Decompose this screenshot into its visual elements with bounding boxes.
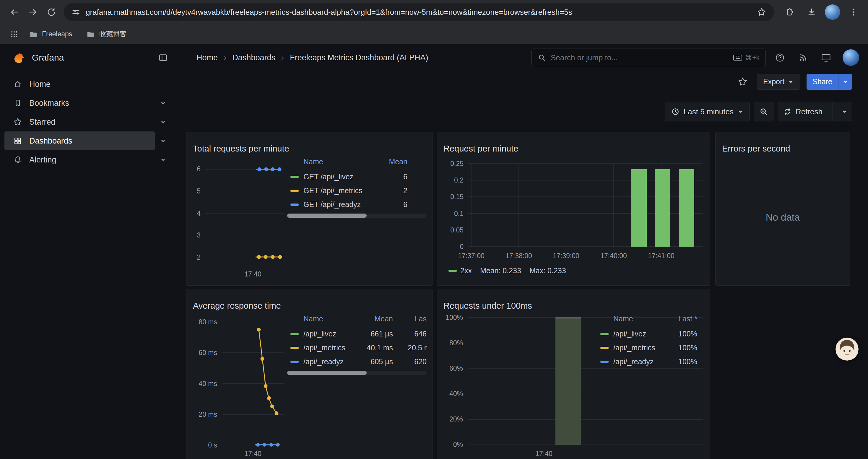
sidebar-item-bookmarks: Bookmarks (4, 94, 172, 112)
floating-assistant-avatar[interactable] (836, 338, 859, 361)
y-tick-label: 0 (460, 243, 464, 250)
zoom-out-button[interactable] (754, 102, 773, 121)
breadcrumb-home[interactable]: Home (196, 53, 218, 62)
series-swatch (290, 190, 299, 192)
chevron-down-icon (842, 79, 848, 85)
legend-series-name[interactable]: /api/_readyz (303, 357, 358, 366)
legend-mean-value: 40.1 ms (358, 343, 393, 352)
chevron-down-icon (159, 156, 167, 163)
legend-series-name[interactable]: 2xx (460, 266, 472, 275)
search-input[interactable] (550, 53, 733, 63)
browser-forward-button[interactable] (24, 3, 42, 21)
news-button[interactable] (795, 50, 811, 65)
h-scrollbar[interactable] (287, 371, 427, 375)
expand-dashboards-button[interactable] (155, 133, 172, 149)
y-tick-label: 0.25 (450, 160, 464, 167)
refresh-interval-caret[interactable] (838, 102, 852, 121)
dashboard-main: Export Share Last 5 minutes Refresh (176, 71, 868, 459)
export-button[interactable]: Export (757, 74, 800, 90)
series-swatch (290, 203, 299, 206)
bookmarks-apps-button[interactable] (7, 27, 21, 41)
panel-title[interactable]: Errors per second (722, 144, 790, 154)
x-axis-label: 17:40 (223, 270, 282, 278)
mega-menu-dock-toggle[interactable] (157, 52, 169, 64)
time-range-button[interactable]: Last 5 minutes (665, 102, 750, 121)
legend-last-value: 100% (662, 343, 697, 352)
share-caret-button[interactable] (838, 74, 852, 90)
omnibox[interactable]: grafana.mathmast.com/d/deytv4rwavabkb/fr… (64, 3, 774, 21)
downloads-button[interactable] (802, 3, 821, 21)
browser-reload-button[interactable] (42, 3, 60, 21)
favorite-dashboard-button[interactable] (735, 74, 750, 90)
user-avatar[interactable] (843, 49, 859, 66)
legend-value: 6 (369, 200, 407, 209)
grafana-logo[interactable] (12, 51, 25, 64)
legend-header: Name Last * (597, 313, 703, 325)
x-tick-label: 17:41:00 (641, 252, 682, 260)
expand-alerting-button[interactable] (155, 152, 172, 168)
legend-value: 2 (369, 186, 407, 195)
series-swatch (290, 333, 299, 335)
panel-title[interactable]: Request per minute (443, 144, 518, 154)
extensions-button[interactable] (780, 3, 798, 21)
legend-row: GET /api/_metrics 2 (287, 184, 427, 198)
expand-starred-button[interactable] (155, 114, 172, 130)
header-left: Grafana (0, 44, 176, 71)
legend-table: Name Mean Las /api/_livez 661 μs 646 /ap… (287, 313, 427, 369)
legend-series-name[interactable]: /api/_metrics (303, 343, 358, 352)
legend-series-name[interactable]: GET /api/_readyz (303, 200, 369, 209)
bookmark-folder-freeleaps[interactable]: Freeleaps (29, 30, 72, 39)
column-header-mean[interactable]: Mean (358, 315, 393, 323)
legend-header: Name Mean Las (287, 313, 427, 325)
legend-row: GET /api/_livez 6 (287, 170, 427, 184)
bell-icon (13, 155, 22, 164)
panel-title[interactable]: Average response time (193, 301, 281, 311)
panel-title[interactable]: Requests under 100ms (443, 301, 532, 311)
series-swatch (448, 270, 457, 272)
scroll-thumb[interactable] (287, 214, 367, 218)
legend-series-name[interactable]: /api/_livez (303, 330, 358, 338)
legend-series-name[interactable]: /api/_readyz (613, 357, 662, 366)
question-circle-icon (775, 52, 785, 63)
legend-series-name[interactable]: GET /api/_metrics (303, 186, 369, 195)
column-header-last[interactable]: Las (393, 315, 427, 323)
legend-series-name[interactable]: /api/_metrics (613, 343, 662, 352)
help-button[interactable] (772, 50, 788, 65)
y-tick-label: 0.2 (454, 177, 464, 184)
column-header-name[interactable]: Name (303, 157, 369, 166)
y-tick-label: 40 ms (198, 381, 217, 387)
legend-series-name[interactable]: GET /api/_livez (303, 172, 369, 181)
breadcrumb-dashboards[interactable]: Dashboards (232, 53, 275, 62)
search-box[interactable]: ⌘+k (531, 48, 766, 67)
search-shortcut: ⌘+k (733, 54, 760, 62)
browser-menu-button[interactable] (844, 3, 863, 21)
column-header-last[interactable]: Last * (662, 315, 697, 323)
expand-bookmarks-button[interactable] (155, 95, 172, 111)
share-button[interactable]: Share (807, 74, 838, 90)
site-settings-icon (71, 8, 80, 17)
sidebar-item-home: Home (4, 75, 172, 94)
brand-name: Grafana (32, 53, 64, 63)
y-tick-label: 80% (450, 340, 463, 347)
y-tick-label: 0.15 (450, 193, 464, 200)
column-header-name[interactable]: Name (303, 315, 358, 323)
bookmark-folder-blogs[interactable]: 收藏博客 (86, 30, 126, 39)
scroll-thumb[interactable] (287, 371, 367, 375)
column-header-mean[interactable]: Mean (369, 157, 407, 166)
bookmarks-bar: Freeleaps 收藏博客 (0, 24, 868, 44)
bookmark-star-icon[interactable] (757, 7, 766, 17)
refresh-button[interactable]: Refresh (778, 102, 828, 121)
y-tick-label: 0.1 (454, 210, 464, 217)
column-header-name[interactable]: Name (613, 315, 662, 323)
browser-back-button[interactable] (5, 3, 24, 21)
line-chart (205, 169, 284, 257)
h-scrollbar[interactable] (287, 214, 427, 218)
chevron-down-icon (738, 109, 744, 114)
x-axis-label: 17:40 (223, 450, 282, 458)
y-tick-label: 60 ms (198, 350, 217, 356)
legend-series-name[interactable]: /api/_livez (613, 330, 662, 338)
panel-title[interactable]: Total requests per minute (193, 144, 289, 154)
tv-mode-button[interactable] (818, 50, 834, 65)
panel-requests-under-100ms: Requests under 100ms 100%80%60%40%20%0% … (437, 289, 710, 459)
browser-profile-avatar[interactable] (825, 4, 840, 20)
